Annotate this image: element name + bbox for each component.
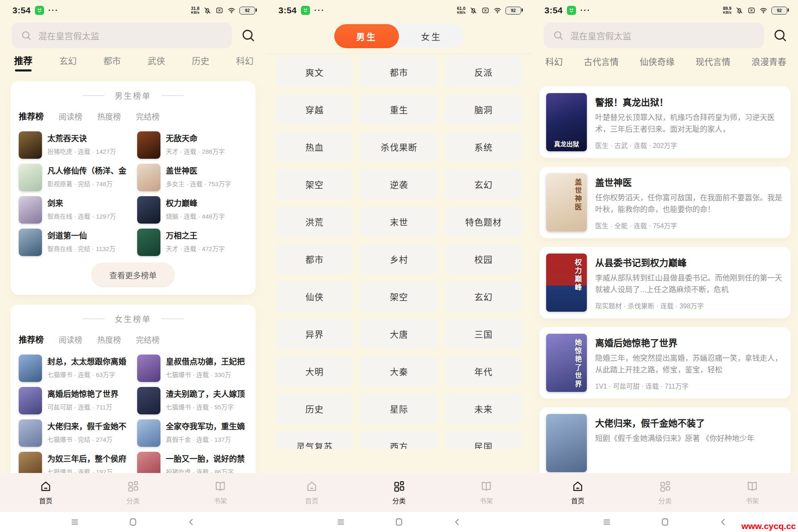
category-button[interactable]: 大唐 bbox=[360, 319, 437, 349]
android-menu-button[interactable] bbox=[332, 516, 350, 528]
category-button[interactable]: 玄幻 bbox=[445, 169, 522, 199]
tab-wuxia[interactable]: 武侠 bbox=[148, 54, 165, 71]
category-button[interactable]: 脑洞 bbox=[445, 94, 522, 124]
toggle-male[interactable]: 男生 bbox=[334, 24, 399, 48]
bell-muted-icon bbox=[469, 6, 478, 15]
category-button[interactable]: 异界 bbox=[276, 319, 353, 349]
ranktab-reading[interactable]: 阅读榜 bbox=[59, 111, 82, 122]
category-button[interactable]: 仙侠 bbox=[276, 281, 353, 311]
tab-scifi[interactable]: 科幻 bbox=[545, 55, 563, 67]
android-back-button[interactable] bbox=[448, 516, 466, 528]
tabbar-bookshelf[interactable]: 书架 bbox=[204, 473, 237, 512]
book-list-item[interactable]: 渣夫别跪了，夫人嫁顶七猫爆书 · 连载 · 55万字 bbox=[137, 387, 247, 414]
tabbar-categories[interactable]: 分类 bbox=[648, 473, 682, 512]
book-list-item[interactable]: 离婚后她惊艳了世界可盐可甜 · 连载 · 711万 bbox=[19, 387, 129, 414]
tabbar-bookshelf[interactable]: 书架 bbox=[736, 473, 769, 512]
category-button[interactable]: 大秦 bbox=[360, 356, 437, 386]
book-list-item[interactable]: 皇叔借点功德，王妃把七猫爆书 · 连载 · 330万 bbox=[137, 355, 247, 382]
search-input[interactable]: 混在皇宫假太监 bbox=[12, 22, 232, 48]
android-home-button[interactable] bbox=[124, 516, 142, 528]
book-list-item[interactable]: 全家夺我军功，重生嫡真假千金 · 连载 · 137万 bbox=[137, 419, 247, 447]
category-button[interactable]: 穿越 bbox=[276, 94, 353, 124]
toggle-female[interactable]: 女生 bbox=[399, 24, 464, 48]
wifi-icon bbox=[493, 6, 502, 15]
tab-modern-romance[interactable]: 现代言情 bbox=[696, 55, 731, 67]
android-home-button[interactable] bbox=[390, 516, 408, 528]
category-button[interactable]: 三国 bbox=[445, 319, 522, 349]
category-button[interactable]: 西方 bbox=[360, 431, 437, 449]
book-list-item[interactable]: 大佬归来，假千金她不七猫爆书 · 完结 · 274万 bbox=[19, 419, 129, 447]
view-more-rankings-button[interactable]: 查看更多榜单 bbox=[91, 263, 175, 287]
category-button[interactable]: 未来 bbox=[445, 394, 522, 424]
book-card[interactable]: 大佬归来，假千金她不装了 短剧《假千金她满级归来》原著 《你好种地少年 bbox=[539, 407, 791, 479]
category-button[interactable]: 反派 bbox=[445, 57, 522, 87]
tab-fantasy[interactable]: 玄幻 bbox=[59, 54, 76, 71]
android-back-button[interactable] bbox=[182, 516, 200, 528]
category-button[interactable]: 历史 bbox=[276, 394, 353, 424]
book-card[interactable]: 真龙出狱 警报！真龙出狱！ 叶楚替兄长顶罪入狱，机缘巧合拜药皇为师，习逆天医术，… bbox=[539, 86, 791, 158]
book-list-item[interactable]: 权力巅峰烧脑 · 连载 · 448万字 bbox=[137, 196, 247, 224]
category-button[interactable]: 爽文 bbox=[276, 57, 353, 87]
book-card[interactable]: 权力巅峰 从县委书记到权力巅峰 李威从部队转到红山县做县委书记。而他刚到任的第一… bbox=[539, 247, 791, 318]
category-button[interactable]: 玄幻 bbox=[445, 281, 522, 311]
ranktab-hot[interactable]: 热度榜 bbox=[97, 334, 121, 345]
ranktab-recommend[interactable]: 推荐榜 bbox=[19, 333, 44, 345]
category-button[interactable]: 灵气复苏 bbox=[276, 431, 353, 449]
book-list-item[interactable]: 盖世神医多女主 · 连载 · 753万字 bbox=[137, 164, 247, 191]
category-button[interactable]: 年代 bbox=[445, 356, 522, 386]
category-button[interactable]: 洪荒 bbox=[276, 207, 353, 236]
android-menu-button[interactable] bbox=[598, 516, 616, 528]
category-button[interactable]: 系统 bbox=[445, 132, 522, 162]
category-button[interactable]: 末世 bbox=[360, 207, 437, 236]
ranktab-reading[interactable]: 阅读榜 bbox=[59, 334, 82, 345]
tabbar-categories[interactable]: 分类 bbox=[116, 473, 150, 512]
category-button[interactable]: 民国 bbox=[445, 431, 522, 449]
tabbar-categories[interactable]: 分类 bbox=[382, 473, 416, 512]
book-card[interactable]: 盖世神医 盖世神医 任你权势滔天，任你富可敌国，在我面前不要嚣张。我是叶秋，能救… bbox=[539, 167, 791, 238]
category-grid-scroll[interactable]: 爽文 都市 反派 穿越 重生 脑洞 热血 杀伐果断 系统 架空 逆袭 玄幻 洪荒… bbox=[276, 57, 522, 449]
ranktab-recommend[interactable]: 推荐榜 bbox=[19, 110, 44, 122]
tab-scifi[interactable]: 科幻 bbox=[236, 54, 254, 71]
tab-urban[interactable]: 都市 bbox=[103, 54, 121, 71]
category-button[interactable]: 校园 bbox=[445, 244, 522, 274]
category-button[interactable]: 星际 bbox=[360, 394, 437, 424]
tabbar-bookshelf[interactable]: 书架 bbox=[470, 473, 503, 512]
category-button[interactable]: 都市 bbox=[276, 244, 353, 274]
ranktab-hot[interactable]: 热度榜 bbox=[97, 111, 121, 122]
tabbar-home[interactable]: 首页 bbox=[561, 473, 594, 512]
tabbar-home[interactable]: 首页 bbox=[29, 473, 62, 512]
tab-history[interactable]: 历史 bbox=[192, 54, 209, 71]
category-button[interactable]: 特色题材 bbox=[445, 207, 522, 236]
tab-youth-romance[interactable]: 浪漫青春 bbox=[751, 55, 786, 67]
book-list-item[interactable]: 万相之王天才 · 连载 · 472万字 bbox=[137, 229, 247, 256]
tab-recommend[interactable]: 推荐 bbox=[14, 53, 32, 71]
search-input[interactable]: 混在皇宫假太监 bbox=[544, 22, 764, 48]
book-list-item[interactable]: 太荒吞天诀扮猪吃虎 · 连载 · 1427万 bbox=[19, 131, 129, 159]
category-button[interactable]: 逆袭 bbox=[360, 169, 437, 199]
category-button[interactable]: 乡村 bbox=[360, 244, 437, 274]
search-button-icon[interactable] bbox=[773, 28, 787, 42]
book-description: 叶楚替兄长顶罪入狱，机缘巧合拜药皇为师，习逆天医术，三年后王者归来。面对无耻的家… bbox=[595, 112, 784, 135]
tabbar-home[interactable]: 首页 bbox=[295, 473, 328, 512]
book-list-item[interactable]: 剑道第一仙智商在线 · 完结 · 1132万 bbox=[19, 229, 129, 256]
book-list-item[interactable]: 剑来智商在线 · 连载 · 1297万 bbox=[19, 196, 129, 224]
tab-ancient-romance[interactable]: 古代言情 bbox=[584, 55, 619, 67]
search-button-icon[interactable] bbox=[241, 28, 255, 42]
category-button[interactable]: 重生 bbox=[360, 94, 437, 124]
category-button[interactable]: 大明 bbox=[276, 356, 353, 386]
category-button[interactable]: 架空 bbox=[276, 169, 353, 199]
category-button[interactable]: 热血 bbox=[276, 132, 353, 162]
book-card[interactable]: 她惊艳了世界 离婚后她惊艳了世界 隐婚三年，他突然提出离婚，苏婳忍痛一笑，拿钱走… bbox=[539, 327, 791, 399]
book-list-item[interactable]: 无敌天命天才 · 连载 · 288万字 bbox=[137, 131, 247, 159]
tab-xianxia-romance[interactable]: 仙侠奇缘 bbox=[640, 55, 675, 67]
book-list-item[interactable]: 封总，太太想跟你离婚七猫爆书 · 连载 · 63万字 bbox=[19, 355, 129, 382]
ranktab-finished[interactable]: 完结榜 bbox=[136, 111, 160, 122]
category-button[interactable]: 架空 bbox=[360, 281, 437, 311]
category-button[interactable]: 都市 bbox=[360, 57, 437, 87]
android-menu-button[interactable] bbox=[66, 516, 84, 528]
book-list-item[interactable]: 凡人修仙传（杨洋、金影视原著 · 完结 · 748万 bbox=[19, 164, 129, 191]
android-home-button[interactable] bbox=[656, 516, 674, 528]
ranktab-finished[interactable]: 完结榜 bbox=[136, 334, 160, 345]
android-back-button[interactable] bbox=[714, 516, 732, 528]
category-button[interactable]: 杀伐果断 bbox=[360, 132, 437, 162]
